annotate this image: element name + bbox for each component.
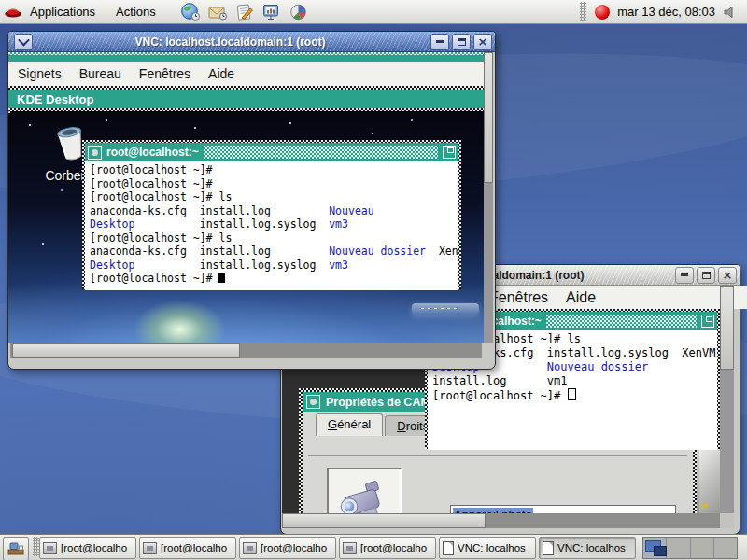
maximize-icon — [458, 38, 466, 46]
email-icon[interactable] — [207, 3, 228, 21]
task-button[interactable]: [root@localho — [239, 537, 336, 559]
document-icon — [443, 541, 454, 555]
task-button[interactable]: [root@localho — [39, 537, 136, 559]
clock[interactable]: mar 13 déc, 08:03 — [617, 5, 715, 19]
taskbar-drag-handle[interactable] — [33, 537, 39, 556]
minimize-button[interactable] — [430, 34, 449, 50]
actions-menu[interactable]: Actions — [116, 5, 156, 19]
task-button-active[interactable]: VNC: localhos — [539, 537, 636, 559]
workspace-switcher — [642, 537, 738, 559]
task-button[interactable]: VNC: localhos — [439, 537, 536, 559]
workspace-window-thumb — [654, 546, 667, 556]
chevron-down-icon — [18, 35, 30, 47]
maximize-button[interactable] — [697, 267, 715, 284]
terminal-menu-icon[interactable] — [88, 146, 102, 160]
taskbar: [root@localho [root@localho [root@localh… — [0, 534, 747, 560]
scrollbar-thumb[interactable] — [720, 286, 734, 370]
minimize-button[interactable] — [675, 267, 694, 284]
menu-aide[interactable]: Aide — [566, 289, 596, 306]
impress-icon[interactable] — [261, 3, 282, 21]
task-button[interactable]: [root@localho — [139, 537, 236, 559]
terminal-icon — [43, 542, 57, 554]
dialog-menu-icon[interactable] — [306, 395, 320, 409]
task-label: [root@localho — [360, 542, 427, 553]
terminal-icon — [343, 542, 357, 554]
redhat-logo-icon[interactable] — [4, 4, 22, 21]
panel-launchers — [180, 3, 309, 21]
menu-fenetres[interactable]: Fenêtres — [139, 66, 190, 81]
terminal-line: Desktop install.log.syslog vm3 — [90, 259, 454, 273]
menu-signets[interactable]: Signets — [18, 66, 62, 81]
dialog-title: Propriétés de CAMÉ — [326, 396, 438, 409]
titlebar[interactable]: VNC: localhost.localdomain:1 (root) × — [8, 32, 495, 52]
web-browser-icon[interactable] — [180, 3, 201, 21]
window-fragment — [696, 449, 720, 513]
terminal-maximize-icon[interactable] — [443, 146, 456, 159]
device-icon-box[interactable] — [327, 468, 402, 513]
applications-menu[interactable]: Applications — [30, 5, 95, 19]
remote-desktop-titlebar[interactable]: KDE Desktop — [8, 90, 484, 108]
remote-desktop-title: KDE Desktop — [8, 92, 93, 106]
task-button[interactable]: [root@localho — [339, 537, 436, 559]
terminal-line: install.log vm1 — [432, 374, 712, 388]
terminal-titlebar[interactable]: root@localhost:~ — [85, 143, 458, 161]
task-label: [root@localho — [61, 542, 127, 553]
calc-icon[interactable] — [289, 3, 309, 21]
tab-general[interactable]: Général — [316, 413, 383, 436]
terminal-line: [root@localhost ~]# — [432, 388, 712, 403]
panel-drag-handle[interactable] — [580, 2, 586, 21]
menu-fenetres[interactable]: Fenêtres — [489, 289, 548, 306]
strip-texture — [8, 52, 484, 55]
terminal-line: [root@localhost ~]# — [90, 163, 454, 177]
vnc-viewport: Corbeille root@localhost:~ [root@localho… — [8, 111, 484, 343]
vertical-scrollbar[interactable] — [484, 52, 493, 343]
minimize-icon — [681, 273, 688, 276]
workspace-4[interactable] — [714, 538, 737, 558]
writer-icon[interactable] — [234, 3, 255, 21]
close-button[interactable]: × — [473, 34, 492, 50]
terminal-line: [root@localhost ~]# — [90, 177, 454, 191]
terminal-icon — [143, 542, 157, 554]
device-name-input[interactable]: Appareil photo — [450, 505, 676, 513]
workspace-1[interactable] — [643, 538, 667, 558]
scrollbar-corner — [720, 513, 734, 528]
document-icon — [543, 541, 554, 555]
task-label: [root@localho — [161, 542, 227, 553]
terminal-line: Desktop install.log.syslog vm3 — [90, 217, 454, 231]
speaker-icon[interactable] — [723, 5, 738, 20]
terminal-line: [root@localhost ~]# ls — [90, 190, 454, 204]
scrollbar-thumb[interactable] — [12, 343, 240, 358]
menu-aide[interactable]: Aide — [208, 66, 234, 81]
scrollbar-thumb[interactable] — [282, 513, 486, 528]
horizontal-scrollbar[interactable] — [282, 513, 720, 528]
horizontal-scrollbar[interactable] — [10, 343, 482, 358]
scrollbar-thumb[interactable] — [484, 52, 493, 183]
dialog-tab-panel: Appareil photo — [308, 455, 687, 513]
workspace-3[interactable] — [691, 538, 714, 558]
task-label: [root@localho — [261, 542, 327, 553]
alert-red-sphere-icon[interactable] — [595, 5, 610, 20]
terminal-title: root@localhost:~ — [106, 146, 199, 159]
window-title: VNC: localhost.localdomain:1 (root) — [33, 35, 428, 49]
screen: VNC: localhost.localdomain:1 (root) × Si… — [0, 0, 747, 560]
terminal-line: [root@localhost ~]# — [90, 272, 454, 286]
close-icon: × — [478, 35, 488, 48]
close-button[interactable]: × — [718, 267, 737, 284]
terminal-line: [root@localhost ~]# ls — [90, 231, 454, 245]
selected-text: Appareil photo — [453, 508, 533, 513]
space-station-decoration — [412, 303, 479, 315]
vertical-scrollbar[interactable] — [720, 286, 734, 513]
remote-terminal-window-left: root@localhost:~ [root@localhost ~]#[roo… — [82, 140, 461, 289]
titlebar-texture — [546, 315, 697, 328]
workspace-2[interactable] — [667, 538, 690, 558]
task-label: VNC: localhos — [458, 542, 526, 553]
terminal-icon — [243, 542, 257, 554]
task-label: VNC: localhos — [557, 542, 626, 553]
minimize-icon — [436, 40, 444, 43]
show-desktop-button[interactable] — [3, 537, 29, 560]
window-menu-button[interactable] — [14, 34, 33, 50]
maximize-button[interactable] — [452, 34, 471, 50]
menu-bureau[interactable]: Bureau — [79, 66, 121, 81]
terminal-maximize-icon[interactable] — [701, 315, 714, 328]
terminal-output[interactable]: [root@localhost ~]#[root@localhost ~]#[r… — [85, 161, 458, 290]
